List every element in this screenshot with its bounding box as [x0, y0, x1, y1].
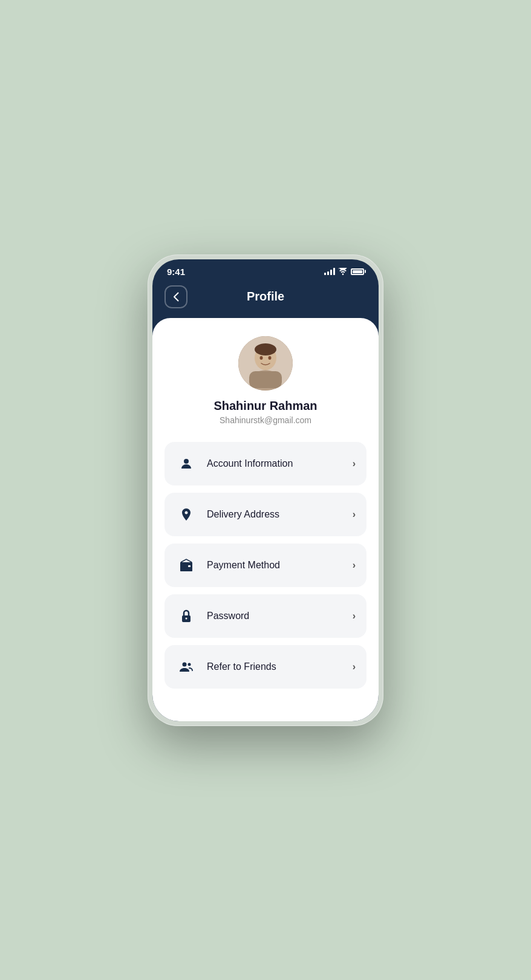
- chevron-right-icon: ›: [353, 661, 356, 672]
- svg-point-8: [184, 459, 189, 464]
- svg-point-13: [188, 663, 191, 666]
- location-icon: [175, 504, 197, 525]
- chevron-right-icon: ›: [353, 560, 356, 571]
- delivery-address-label: Delivery Address: [207, 509, 353, 520]
- password-item[interactable]: Password ›: [165, 594, 366, 638]
- account-information-label: Account Information: [207, 458, 353, 469]
- battery-icon: [351, 268, 364, 275]
- phone-screen: 9:41 Profile: [152, 259, 379, 721]
- delivery-address-item[interactable]: Delivery Address ›: [165, 493, 366, 536]
- svg-point-7: [269, 356, 272, 360]
- refer-icon: [175, 656, 197, 678]
- payment-method-item[interactable]: Payment Method ›: [165, 544, 366, 587]
- svg-point-12: [183, 662, 187, 666]
- svg-rect-9: [188, 565, 191, 567]
- password-label: Password: [207, 611, 353, 621]
- chevron-right-icon: ›: [353, 458, 356, 469]
- avatar-image: [238, 336, 293, 391]
- content-area: Shahinur Rahman Shahinurstk@gmail.com Ac…: [152, 318, 379, 721]
- svg-rect-3: [249, 371, 282, 388]
- refer-friends-item[interactable]: Refer to Friends ›: [165, 645, 366, 689]
- svg-point-6: [260, 356, 263, 360]
- user-email: Shahinurstk@gmail.com: [220, 415, 311, 425]
- menu-list: Account Information › Delivery Address ›: [165, 442, 366, 689]
- page-title: Profile: [247, 290, 284, 303]
- status-time: 9:41: [167, 267, 185, 277]
- account-information-item[interactable]: Account Information ›: [165, 442, 366, 485]
- user-name: Shahinur Rahman: [213, 399, 317, 413]
- phone-frame: 9:41 Profile: [148, 255, 383, 726]
- refer-friends-label: Refer to Friends: [207, 661, 353, 672]
- lock-icon: [175, 605, 197, 627]
- avatar: [238, 336, 293, 391]
- chevron-right-icon: ›: [353, 509, 356, 520]
- chevron-right-icon: ›: [353, 611, 356, 621]
- user-icon: [175, 453, 197, 475]
- svg-point-11: [186, 617, 187, 619]
- status-bar: 9:41: [152, 259, 379, 281]
- header: Profile: [152, 281, 379, 318]
- wifi-icon: [338, 268, 348, 275]
- back-button[interactable]: [165, 285, 187, 308]
- signal-icon: [324, 268, 335, 275]
- payment-method-label: Payment Method: [207, 560, 353, 571]
- wallet-icon: [175, 554, 197, 576]
- svg-point-5: [255, 343, 276, 355]
- status-icons: [324, 268, 364, 275]
